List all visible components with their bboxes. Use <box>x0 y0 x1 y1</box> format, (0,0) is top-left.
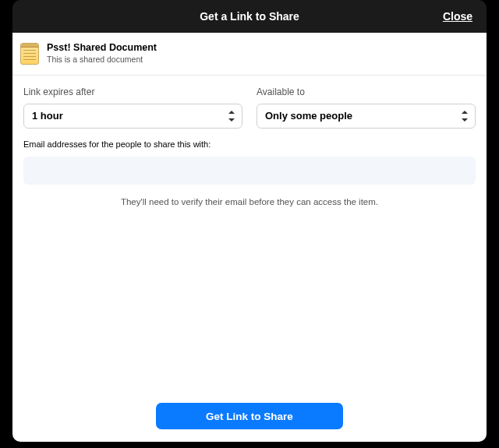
dialog-content: Link expires after 1 hour Available to O… <box>12 76 487 442</box>
options-row: Link expires after 1 hour Available to O… <box>23 86 476 129</box>
updown-stepper-icon <box>228 111 235 122</box>
available-select[interactable]: Only some people <box>257 104 476 129</box>
dialog-panel: Psst! Shared Document This is a shared d… <box>12 33 487 442</box>
expires-select[interactable]: 1 hour <box>23 104 242 129</box>
emails-input[interactable] <box>23 157 476 185</box>
document-title: Psst! Shared Document <box>47 42 157 54</box>
available-value: Only some people <box>265 110 352 122</box>
dialog-titlebar: Get a Link to Share Close <box>12 0 487 33</box>
emails-hint: They'll need to verify their email befor… <box>23 197 476 206</box>
close-button[interactable]: Close <box>443 10 472 23</box>
notes-document-icon <box>20 43 39 65</box>
document-info: Psst! Shared Document This is a shared d… <box>47 42 157 65</box>
get-link-button[interactable]: Get Link to Share <box>156 403 343 429</box>
dialog-title: Get a Link to Share <box>200 10 299 23</box>
expires-field: Link expires after 1 hour <box>23 86 242 129</box>
updown-stepper-icon <box>461 111 469 122</box>
expires-value: 1 hour <box>32 110 63 122</box>
document-subtitle: This is a shared document <box>47 55 157 65</box>
available-field: Available to Only some people <box>257 86 476 129</box>
document-header: Psst! Shared Document This is a shared d… <box>12 33 487 76</box>
expires-label: Link expires after <box>23 86 242 97</box>
dialog-footer: Get Link to Share <box>23 392 476 442</box>
emails-label: Email addresses for the people to share … <box>23 139 476 149</box>
share-dialog: Get a Link to Share Close Psst! Shared D… <box>12 0 487 442</box>
available-label: Available to <box>257 86 476 97</box>
